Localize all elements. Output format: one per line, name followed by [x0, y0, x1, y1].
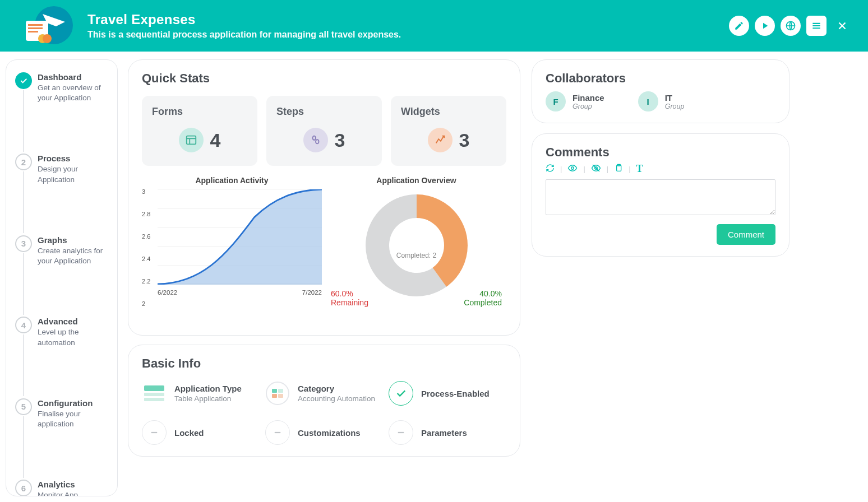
widgets-icon	[428, 128, 453, 152]
step-number-icon: 6	[15, 480, 32, 496]
svg-rect-3	[28, 27, 43, 29]
card-title: Basic Info	[142, 356, 506, 371]
sidebar-item-label: Process	[38, 154, 108, 163]
steps-icon	[303, 128, 328, 152]
collaborator-item[interactable]: F Finance Group	[546, 91, 604, 111]
svg-rect-8	[186, 136, 196, 145]
application-activity-chart: Application Activity 3 2.8 2.6 2.4 2.2 2	[142, 176, 322, 324]
page-title: Travel Expenses	[87, 12, 729, 27]
check-circle-icon	[389, 381, 413, 406]
comment-toolbar: | | | | T	[546, 163, 775, 175]
close-button[interactable]	[832, 16, 852, 36]
sidebar-item-advanced[interactable]: 4 Advanced Level up the automation	[15, 317, 108, 347]
sidebar-item-label: Dashboard	[38, 72, 108, 82]
dash-icon	[389, 420, 413, 445]
svg-rect-26	[278, 394, 283, 398]
forms-icon	[179, 128, 204, 152]
quick-stats-card: Quick Stats Forms 4 Steps	[128, 59, 520, 336]
sidebar-item-process[interactable]: 2 Process Design your Application	[15, 154, 108, 184]
table-icon	[142, 381, 167, 406]
card-title: Collaborators	[546, 71, 775, 86]
avatar: F	[546, 91, 566, 111]
sidebar-item-graphs[interactable]: 3 Graphs Create analytics for your Appli…	[15, 235, 108, 266]
sidebar-item-label: Configuration	[38, 398, 108, 408]
sidebar-nav: Dashboard Get an overview of your Applic…	[6, 59, 118, 496]
card-title: Comments	[546, 145, 775, 160]
svg-rect-24	[278, 389, 283, 393]
stat-tile-forms[interactable]: Forms 4	[142, 96, 257, 166]
application-overview-chart: Application Overview Completed: 2	[326, 176, 506, 324]
sidebar-item-label: Advanced	[38, 317, 108, 326]
svg-rect-21	[144, 398, 164, 401]
svg-rect-4	[28, 31, 38, 32]
info-locked: Locked	[142, 420, 260, 445]
dash-icon	[265, 420, 290, 445]
svg-rect-25	[272, 394, 277, 398]
step-number-icon: 2	[15, 154, 32, 170]
comment-input[interactable]	[546, 179, 775, 215]
legend-remaining: 60.0% Remaining	[331, 289, 368, 307]
sidebar-item-dashboard[interactable]: Dashboard Get an overview of your Applic…	[15, 72, 108, 103]
info-category: Category Accounting Automation	[265, 381, 383, 406]
text-icon[interactable]: T	[636, 163, 643, 175]
category-icon	[265, 381, 290, 406]
svg-point-6	[43, 34, 52, 43]
check-icon	[15, 72, 32, 89]
comments-card: Comments | | | | T Comment	[532, 133, 789, 257]
stat-tile-steps[interactable]: Steps 3	[266, 96, 382, 166]
basic-info-card: Basic Info Application Type Table Applic…	[128, 345, 520, 457]
eye-off-icon[interactable]	[591, 163, 601, 175]
sidebar-item-label: Graphs	[38, 235, 108, 245]
step-number-icon: 4	[15, 317, 32, 333]
header-actions	[729, 16, 852, 36]
comment-button[interactable]: Comment	[717, 224, 775, 245]
collaborators-card: Collaborators F Finance Group I IT Grou	[532, 59, 789, 123]
legend-completed: 40.0% Completed	[464, 289, 502, 307]
svg-rect-20	[144, 393, 164, 396]
donut-center-label: Completed: 2	[396, 252, 436, 259]
card-title: Quick Stats	[142, 71, 506, 86]
sidebar-item-configuration[interactable]: 5 Configuration Finalise your applicatio…	[15, 398, 108, 429]
info-parameters: Parameters	[389, 420, 506, 445]
play-button[interactable]	[755, 16, 775, 36]
dash-icon	[142, 420, 167, 445]
svg-rect-19	[144, 385, 164, 391]
menu-button[interactable]	[806, 16, 827, 36]
svg-point-22	[266, 382, 289, 405]
sidebar-item-label: Analytics	[38, 480, 108, 489]
collaborator-item[interactable]: I IT Group	[638, 91, 685, 111]
refresh-icon[interactable]	[546, 164, 555, 174]
info-process-enabled: Process-Enabled	[389, 381, 506, 406]
info-customizations: Customizations	[265, 420, 383, 445]
svg-point-9	[312, 136, 316, 140]
svg-point-27	[571, 167, 574, 170]
avatar: I	[638, 91, 658, 111]
svg-point-10	[316, 140, 319, 143]
edit-button[interactable]	[729, 16, 749, 36]
page-subtitle: This is a sequential process application…	[87, 30, 729, 40]
app-logo-icon	[16, 4, 77, 48]
eye-icon[interactable]	[567, 163, 578, 175]
info-application-type: Application Type Table Application	[142, 381, 260, 406]
stat-tile-widgets[interactable]: Widgets 3	[391, 96, 506, 166]
clipboard-icon[interactable]	[614, 164, 623, 174]
globe-button[interactable]	[781, 16, 801, 36]
svg-rect-2	[28, 24, 43, 26]
sidebar-item-analytics[interactable]: 6 Analytics Monitor App performance	[15, 480, 108, 496]
svg-rect-23	[272, 389, 277, 393]
step-number-icon: 5	[15, 398, 32, 415]
step-number-icon: 3	[15, 235, 32, 252]
app-header: Travel Expenses This is a sequential pro…	[0, 0, 868, 52]
